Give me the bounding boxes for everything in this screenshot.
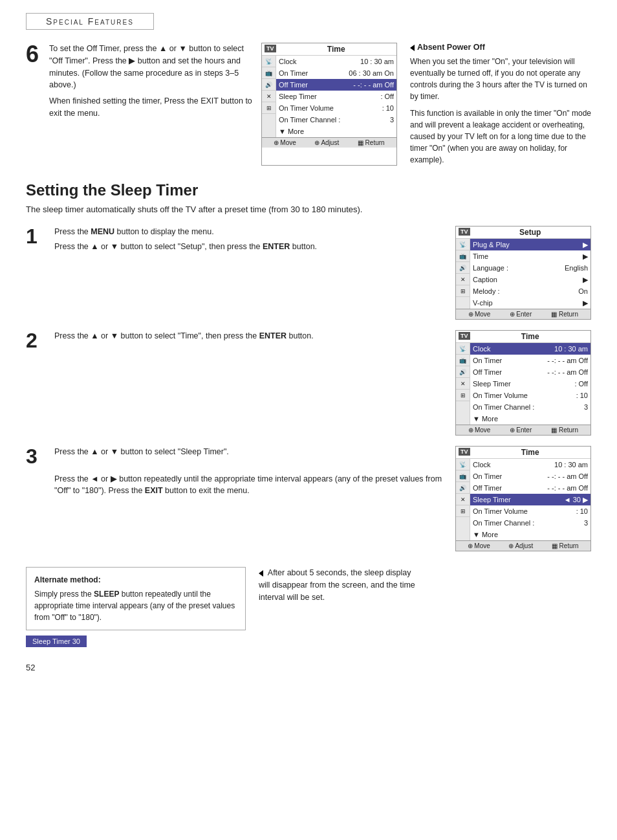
step-6-number: 6: [26, 43, 41, 166]
tv-label-step6: TV: [265, 45, 276, 52]
tv-menu-step1: TV Setup 📡 📺 🔊 ✕ ⊞ Plug & Play▶ Time▶ La…: [455, 226, 591, 320]
menu-row-more: ▼ More: [276, 126, 396, 137]
icon-tv-s3: 📺: [456, 470, 470, 482]
tv-menu-footer-step3: ⊕ Move ⊕ Adjust ▦ Return: [456, 540, 590, 551]
absent-para1: When you set the timer "On", your televi…: [410, 56, 591, 102]
icon-antenna-s3: 📡: [456, 459, 470, 470]
menu-row-language: Language :English: [470, 262, 590, 274]
header-title: Special Features: [46, 16, 134, 27]
step-3-text2: Press the ◄ or ▶ button repeatedly until…: [54, 473, 445, 498]
tv-menu-footer-step1: ⊕ Move ⊕ Enter ▦ Return: [456, 309, 590, 319]
icon-x-s3: ✕: [456, 494, 470, 505]
sleep-timer-intro: The sleep timer automatically shuts off …: [26, 204, 591, 214]
footer-adjust-s3: ⊕ Adjust: [508, 542, 533, 549]
step-6-text1: To set the Off Timer, press the ▲ or ▼ b…: [49, 43, 254, 91]
menu-row-clock: Clock10 : 30 am: [276, 56, 396, 67]
tv-menu-title-step6: Time: [279, 45, 394, 54]
tv-menu-step6: TV Time 📡 📺 🔊 ✕ ⊞ Clock10 : 30 am On Tim…: [261, 43, 397, 166]
footer-return-s1: ▦ Return: [551, 311, 578, 318]
menu-row-ontimervolume-s3: On Timer Volume: 10: [470, 505, 590, 517]
icon-tv-s1: 📺: [456, 250, 470, 262]
menu-row-more-s3: ▼ More: [470, 529, 590, 540]
menu-row-ontimerchannel: On Timer Channel :3: [276, 114, 396, 126]
menu-row-ontimer-s2: On Timer- -: - - am Off: [470, 355, 590, 366]
menu-row-clock-s2: Clock10 : 30 am: [470, 343, 590, 355]
tv-menu-title-step2: Time: [473, 332, 588, 341]
menu-row-vchip: V-chip▶: [470, 297, 590, 309]
menu-row-ontimervolume-s2: On Timer Volume: 10: [470, 390, 590, 401]
footer-enter-s1: ⊕ Enter: [510, 311, 532, 318]
tv-label-step2: TV: [459, 332, 470, 340]
icon-x-s1: ✕: [456, 274, 470, 285]
tv-menu-footer-step6: ⊕ Move ⊕ Adjust ▦ Return: [262, 137, 396, 148]
menu-row-ontimer: On Timer06 : 30 am On: [276, 67, 396, 79]
menu-row-plug-play: Plug & Play▶: [470, 239, 590, 250]
step-2-text1: Press the ▲ or ▼ button to select "Time"…: [54, 330, 445, 342]
icon-sound-s3: 🔊: [456, 482, 470, 494]
step-2-number: 2: [26, 330, 44, 351]
tv-label-step1: TV: [459, 228, 470, 236]
footer-return-s3: ▦ Return: [552, 542, 579, 549]
menu-row-sleeptimer-s3: Sleep Timer◄ 30 ▶: [470, 494, 590, 505]
sleep-timer-display-bar: Sleep Timer 30: [26, 636, 87, 647]
absent-title: Absent Power Off: [410, 43, 591, 52]
menu-row-offtimer-s2: Off Timer- -: - - am Off: [470, 366, 590, 378]
menu-row-clock-s3: Clock10 : 30 am: [470, 459, 590, 470]
menu-row-ontimerchannel-s3: On Timer Channel :3: [470, 517, 590, 529]
icon-setup-s1: ⊞: [456, 285, 470, 297]
menu-row-melody: Melody :On: [470, 285, 590, 297]
tv-menu-step3: TV Time 📡 📺 🔊 ✕ ⊞ Clock10 : 30 am On Tim…: [455, 446, 591, 551]
step-1-number: 1: [26, 226, 44, 247]
icon-sound-s2: 🔊: [456, 366, 470, 378]
footer-adjust: ⊕ Adjust: [314, 139, 339, 146]
page-header: Special Features: [26, 13, 154, 30]
menu-row-caption: Caption▶: [470, 274, 590, 285]
icon-x: ✕: [262, 91, 276, 102]
step-6-text2: When finished setting the timer, Press t…: [49, 95, 254, 120]
icon-antenna-s1: 📡: [456, 239, 470, 250]
footer-move-s1: ⊕ Move: [468, 311, 490, 318]
menu-row-offtimer-s3: Off Timer- -: - - am Off: [470, 482, 590, 494]
icon-tv: 📺: [262, 67, 276, 79]
step-3-text1: Press the ▲ or ▼ button to select "Sleep…: [54, 446, 445, 458]
menu-row-offtimer: Off Timer- -: - - am Off: [276, 79, 396, 91]
footer-enter-s2: ⊕ Enter: [510, 426, 532, 434]
menu-row-sleeptimer: Sleep Timer: Off: [276, 91, 396, 102]
step-1-text1: Press the MENU button to display the men…: [54, 226, 445, 238]
icon-setup-s3: ⊞: [456, 505, 470, 517]
menu-row-more-s2: ▼ More: [470, 413, 590, 425]
footer-move-s3: ⊕ Move: [468, 542, 490, 549]
footer-move-s2: ⊕ Move: [468, 426, 490, 434]
tv-menu-title-step1: Setup: [473, 228, 588, 237]
step-1-text2: Press the ▲ or ▼ button to select "Setup…: [54, 241, 445, 253]
icon-antenna: 📡: [262, 56, 276, 67]
page-number: 52: [26, 663, 591, 672]
tv-menu-step2: TV Time 📡 📺 🔊 ✕ ⊞ Clock10 : 30 am On Tim…: [455, 330, 591, 436]
icon-setup: ⊞: [262, 102, 276, 114]
menu-row-sleeptimer-s2: Sleep Timer: Off: [470, 378, 590, 390]
icon-sound: 🔊: [262, 79, 276, 91]
icon-tv-s2: 📺: [456, 355, 470, 366]
alternate-method-box: Alternate method: Simply press the SLEEP…: [26, 567, 246, 630]
absent-para2: This function is available in only the t…: [410, 107, 591, 166]
icon-antenna-s2: 📡: [456, 343, 470, 355]
menu-row-ontimerchannel-s2: On Timer Channel :3: [470, 401, 590, 413]
tv-menu-footer-step2: ⊕ Move ⊕ Enter ▦ Return: [456, 425, 590, 435]
icon-sound-s1: 🔊: [456, 262, 470, 274]
tv-menu-title-step3: Time: [473, 448, 588, 457]
footer-return: ▦ Return: [358, 139, 385, 146]
after-note: After about 5 seconds, the sleep display…: [259, 567, 420, 603]
alt-method-title: Alternate method:: [34, 574, 237, 586]
absent-power-off-section: Absent Power Off When you set the timer …: [410, 43, 591, 166]
tv-label-step3: TV: [459, 448, 470, 456]
footer-move: ⊕ Move: [274, 139, 296, 146]
icon-setup-s2: ⊞: [456, 390, 470, 401]
menu-row-time: Time▶: [470, 250, 590, 262]
menu-row-ontimervolume: On Timer Volume: 10: [276, 102, 396, 114]
alt-method-text: Simply press the SLEEP button repeatedly…: [34, 588, 237, 623]
menu-row-ontimer-s3: On Timer- -: - - am Off: [470, 470, 590, 482]
sleep-timer-section-title: Setting the Sleep Timer: [26, 181, 591, 199]
step-3-number: 3: [26, 446, 44, 467]
icon-x-s2: ✕: [456, 378, 470, 390]
footer-return-s2: ▦ Return: [551, 426, 578, 434]
